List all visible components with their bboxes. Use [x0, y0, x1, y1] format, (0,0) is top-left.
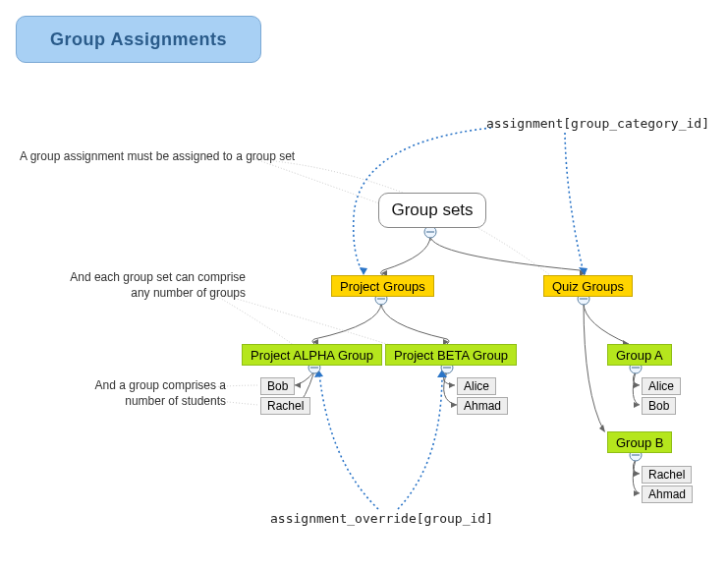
- node-project-beta[interactable]: Project BETA Group: [385, 344, 517, 366]
- node-project-alpha-label: Project ALPHA Group: [251, 348, 373, 363]
- node-group-b-label: Group B: [616, 435, 663, 450]
- node-project-alpha[interactable]: Project ALPHA Group: [242, 344, 382, 366]
- node-group-b[interactable]: Group B: [607, 431, 672, 453]
- member-label: Bob: [648, 399, 669, 413]
- svg-marker-13: [634, 490, 640, 496]
- member-alpha-0[interactable]: Bob: [260, 377, 295, 395]
- member-label: Rachel: [267, 399, 304, 413]
- annotation-groups: And each group set can comprise any numb…: [10, 270, 246, 301]
- member-label: Bob: [267, 379, 288, 393]
- member-qb-1[interactable]: Ahmad: [642, 485, 693, 503]
- member-label: Ahmad: [648, 487, 686, 501]
- member-qa-1[interactable]: Bob: [642, 397, 676, 415]
- svg-marker-12: [634, 471, 640, 477]
- member-beta-0[interactable]: Alice: [457, 377, 496, 395]
- svg-marker-15: [579, 267, 588, 275]
- svg-marker-10: [634, 382, 640, 388]
- member-qb-0[interactable]: Rachel: [642, 466, 692, 484]
- node-group-a[interactable]: Group A: [607, 344, 672, 366]
- api-label-groupid: assignment_override[group_id]: [270, 511, 493, 526]
- node-quiz-groups[interactable]: Quiz Groups: [543, 275, 633, 297]
- node-group-a-label: Group A: [616, 348, 663, 363]
- node-project-groups[interactable]: Project Groups: [331, 275, 434, 297]
- svg-marker-4: [295, 382, 301, 388]
- svg-marker-9: [599, 425, 605, 432]
- svg-marker-11: [634, 402, 640, 408]
- diagram-title: Group Assignments: [16, 16, 261, 63]
- member-alpha-1[interactable]: Rachel: [260, 397, 310, 415]
- svg-marker-14: [360, 267, 367, 275]
- node-group-sets[interactable]: Group sets: [378, 193, 486, 228]
- node-quiz-groups-label: Quiz Groups: [552, 279, 624, 294]
- member-label: Rachel: [648, 468, 685, 482]
- svg-marker-6: [449, 382, 455, 388]
- annotation-group-set: A group assignment must be assigned to a…: [20, 149, 314, 165]
- svg-marker-17: [437, 370, 447, 377]
- member-beta-1[interactable]: Ahmad: [457, 397, 508, 415]
- node-project-beta-label: Project BETA Group: [394, 348, 508, 363]
- annotation-students: And a group comprises a number of studen…: [29, 378, 226, 409]
- api-label-category: assignment[group_category_id]: [486, 116, 709, 131]
- member-label: Ahmad: [464, 399, 501, 413]
- node-project-groups-label: Project Groups: [340, 279, 425, 294]
- member-label: Alice: [648, 379, 674, 393]
- svg-marker-16: [314, 370, 323, 377]
- diagram-title-text: Group Assignments: [50, 29, 227, 50]
- node-group-sets-label: Group sets: [391, 200, 473, 220]
- member-label: Alice: [464, 379, 489, 393]
- member-qa-0[interactable]: Alice: [642, 377, 681, 395]
